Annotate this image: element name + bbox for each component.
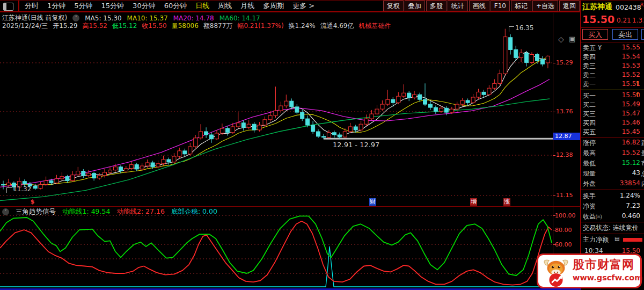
watermark-badge: 股市财富网 www.gscfw.com bbox=[537, 253, 642, 288]
tool-menu-item[interactable]: 画线 bbox=[469, 1, 489, 11]
timeframe-item[interactable]: 多周期 bbox=[263, 1, 284, 11]
window-gadget-icon[interactable]: ▣ bbox=[569, 35, 575, 43]
row-value: 16.82 bbox=[581, 139, 640, 146]
event-marker[interactable]: 涨 bbox=[503, 198, 510, 206]
bar-date: 2025/12/24/三 bbox=[2, 21, 48, 31]
sidebar-row[interactable]: 最低15.12市 bbox=[581, 159, 644, 169]
ohlc-field: 开15.29 bbox=[53, 21, 77, 31]
indicator-values: 动能线1: 49.54动能线2: 27.16底部企稳: 0.00 bbox=[62, 207, 217, 216]
margin-flag: R bbox=[640, 2, 643, 8]
buy-button[interactable]: 买入 bbox=[582, 29, 608, 40]
indicator-header: ˅ 三角趋势信号 动能线1: 49.54动能线2: 27.16底部企稳: 0.0… bbox=[2, 207, 217, 216]
timeframe-item[interactable]: 周线 bbox=[218, 1, 232, 11]
event-marker[interactable]: 增 bbox=[470, 198, 477, 206]
row-value: 15.53 bbox=[581, 62, 640, 69]
ohlc-field: 机械基础件 bbox=[358, 21, 391, 31]
sidebar-row[interactable]: 卖二15.52 bbox=[581, 71, 644, 79]
sidebar-row[interactable]: 买一15.50↑ bbox=[581, 91, 644, 100]
event-marker[interactable]: 财 bbox=[369, 198, 376, 206]
watermark-url[interactable]: www.gscfw.com bbox=[573, 272, 642, 284]
tool-menu-item[interactable]: 统计 bbox=[448, 1, 468, 11]
row-value: 15.54 bbox=[581, 53, 640, 60]
clipped-label: 内 bbox=[641, 179, 644, 189]
ma-label: MA5: 15.30 bbox=[85, 15, 121, 22]
diamond-gadget-icon[interactable]: ◇ bbox=[558, 35, 564, 44]
row-value: 15.49 bbox=[581, 100, 640, 108]
bull-logo-icon bbox=[540, 256, 572, 287]
row-value: 1.24% bbox=[581, 192, 640, 199]
sidebar-row[interactable]: 最高15.52量 bbox=[581, 149, 644, 159]
tools-menu: 复权叠加多股统计画线F10标记+自选返回 bbox=[383, 1, 580, 11]
last-price: 15.50 bbox=[582, 13, 614, 25]
ohlc-field: 高15.52 bbox=[83, 21, 107, 31]
timeframe-item[interactable]: 1分钟 bbox=[47, 1, 65, 11]
collapse-icon[interactable]: ˅ bbox=[2, 208, 9, 215]
divider bbox=[581, 42, 644, 42]
tool-menu-item[interactable]: 多股 bbox=[426, 1, 447, 11]
panel-divider bbox=[0, 206, 581, 207]
chart-canvas[interactable] bbox=[0, 1, 553, 288]
main-force-label[interactable]: 主力净额 bbox=[583, 235, 609, 244]
ohlc-field: 额8877万 bbox=[203, 21, 233, 31]
timeframe-item[interactable]: 日线 bbox=[195, 1, 209, 11]
up-arrow-icon: ↑ bbox=[635, 91, 640, 98]
annotation-pointer-icon bbox=[509, 26, 514, 32]
peak-price-annotation: 16.35 bbox=[509, 24, 533, 32]
sidebar-row[interactable]: 买三15.47 bbox=[581, 110, 644, 118]
watermark-title: 股市财富网 bbox=[573, 258, 642, 272]
top-menubar: 分时1分钟5分钟15分钟30分钟60分钟日线周线月线多周期更多 > 复权叠加多股… bbox=[0, 1, 581, 12]
tool-menu-item[interactable]: 标记 bbox=[511, 1, 531, 11]
extra-button[interactable] bbox=[641, 29, 644, 40]
sidebar-row[interactable]: 卖五 ¥15.55 bbox=[581, 44, 644, 52]
sidebar-row[interactable]: 净资7.23 bbox=[581, 202, 644, 212]
indicator-value-label: 动能线1: 49.54 bbox=[62, 207, 110, 216]
price-axis-label: 13.76 bbox=[556, 108, 573, 115]
sidebar-row[interactable]: 买五15.45 bbox=[581, 128, 644, 136]
sell-button[interactable]: 卖出 bbox=[612, 29, 638, 40]
timeframe-item[interactable]: 更多 > bbox=[292, 1, 314, 11]
timeframe-item[interactable]: 60分钟 bbox=[164, 1, 187, 11]
price-change: 0.21 bbox=[617, 17, 631, 24]
timeframe-item[interactable]: 月线 bbox=[240, 1, 254, 11]
timeframe-item[interactable]: 30分钟 bbox=[133, 1, 156, 11]
price-change-pct: 1.37% bbox=[632, 17, 644, 24]
trade-status: 交易状态: 连续竞价 bbox=[583, 223, 639, 233]
ma-values: MA5: 15.30MA10: 15.37MA20: 14.78MA60: 14… bbox=[85, 15, 260, 22]
sidebar-row[interactable]: 现量43总 bbox=[581, 169, 644, 179]
sidebar-row[interactable]: 卖四15.54 bbox=[581, 53, 644, 61]
indicator-axis-label: 100.00 bbox=[555, 212, 576, 219]
sidebar-row[interactable]: 收益㈢0.460 bbox=[581, 212, 644, 222]
row-value: 15.45 bbox=[581, 128, 640, 135]
timeframe-item[interactable]: 5分钟 bbox=[74, 1, 92, 11]
timeframe-item[interactable]: 分时 bbox=[25, 1, 39, 11]
tool-menu-item[interactable]: 复权 bbox=[383, 1, 404, 11]
sidebar-row[interactable]: 买四15.46 bbox=[581, 119, 644, 127]
stock-app-window: 分时1分钟5分钟15分钟30分钟60分钟日线周线月线多周期更多 > 复权叠加多股… bbox=[0, 0, 644, 290]
main-force-bar bbox=[623, 238, 642, 242]
sidebar-row[interactable]: 涨停16.82跌 bbox=[581, 139, 644, 149]
sidebar-row[interactable]: 换手1.24% bbox=[581, 192, 644, 202]
ma-label: MA20: 14.78 bbox=[173, 15, 214, 22]
divider bbox=[581, 27, 644, 28]
tool-menu-item[interactable]: 返回 bbox=[559, 1, 580, 11]
sidebar-stock-name[interactable]: 江苏神通 bbox=[582, 2, 612, 12]
row-value: 15.47 bbox=[581, 110, 640, 117]
divider bbox=[581, 234, 644, 234]
sidebar-row[interactable]: 外盘33854内 bbox=[581, 179, 644, 190]
tool-menu-item[interactable]: F10 bbox=[491, 1, 510, 11]
row-value: 15.52 bbox=[581, 71, 640, 78]
ma-label: MA10: 15.37 bbox=[127, 15, 168, 22]
tool-menu-item[interactable]: 叠加 bbox=[405, 1, 425, 11]
ohlc-field: 流通4.69亿 bbox=[320, 21, 354, 31]
sidebar-row[interactable]: 卖三15.53 bbox=[581, 62, 644, 70]
row-value: 15.52 bbox=[581, 149, 640, 156]
event-marker[interactable]: $ bbox=[29, 198, 36, 206]
chevron-down-icon[interactable]: ˅ bbox=[72, 15, 79, 21]
sidebar-row[interactable]: 买二15.49 bbox=[581, 100, 644, 109]
sidebar-row[interactable]: 卖一15.51↑ bbox=[581, 80, 644, 89]
divider bbox=[581, 222, 644, 222]
tool-menu-item[interactable]: +自选 bbox=[532, 1, 558, 11]
timeframe-item[interactable]: 15分钟 bbox=[101, 1, 125, 11]
row-value: 15.46 bbox=[581, 119, 640, 126]
panel-toggle-icon[interactable] bbox=[3, 3, 13, 11]
